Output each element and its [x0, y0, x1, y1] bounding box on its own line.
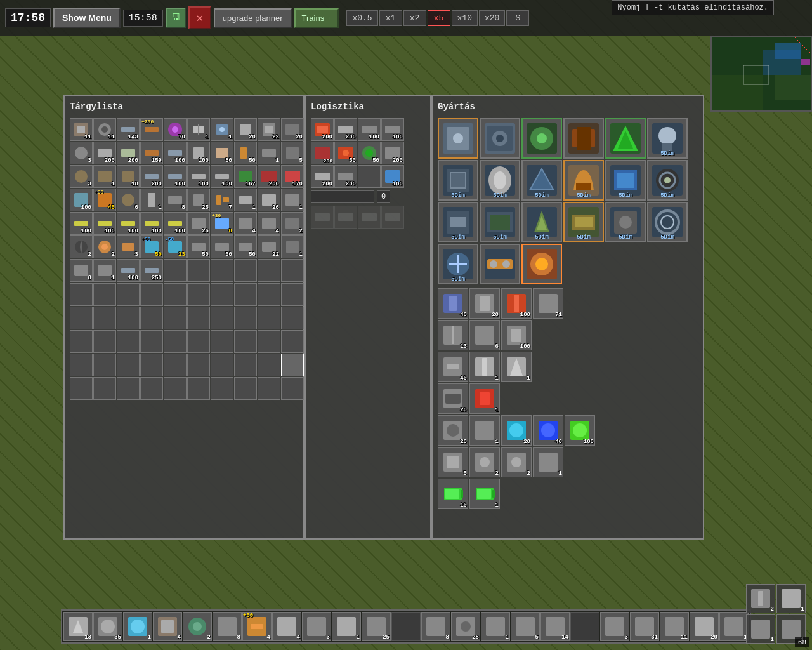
craft-item[interactable] — [480, 244, 520, 284]
inv-item[interactable]: 100 — [211, 165, 233, 188]
inv-item[interactable]: 2 — [93, 235, 116, 258]
upgrade-planner-button[interactable]: upgrade planner — [214, 8, 292, 28]
inv-item[interactable]: 3 — [70, 142, 93, 164]
log-ghost[interactable] — [358, 206, 381, 229]
logistics-search-input[interactable] — [311, 190, 374, 203]
br-item[interactable]: 1 — [776, 584, 806, 613]
ammo-item[interactable]: 1 — [469, 352, 500, 382]
ammo-item[interactable]: 1 — [469, 415, 500, 446]
inv-item[interactable]: +200 — [140, 118, 163, 141]
inv-item[interactable]: 1 — [211, 118, 233, 141]
inv-item[interactable]: 100 — [187, 165, 210, 188]
log-item[interactable]: 50 — [358, 142, 381, 164]
inv-item[interactable]: 1 — [93, 165, 116, 188]
inv-item[interactable]: 70 — [164, 118, 187, 141]
hotbar-item[interactable]: 3 — [302, 612, 331, 641]
inv-item[interactable]: 5 — [281, 142, 304, 164]
inv-item[interactable]: +3045 — [93, 189, 116, 211]
log-item[interactable]: 200 — [311, 118, 334, 141]
ammo-item[interactable]: 1 — [469, 383, 500, 414]
inv-item[interactable]: 1 — [258, 142, 280, 164]
inv-item[interactable]: 11 — [70, 118, 93, 141]
inv-item[interactable]: 1 — [281, 235, 304, 258]
trains-button[interactable]: Trains + — [294, 8, 339, 28]
speed-btn-1x[interactable]: x1 — [379, 10, 402, 26]
craft-item[interactable]: 5Dim — [438, 202, 478, 242]
hotbar-item[interactable]: 31 — [630, 612, 659, 641]
save-icon-btn[interactable]: 🖫 — [166, 8, 186, 28]
log-item[interactable]: 200 — [311, 142, 334, 164]
inv-item[interactable]: 50 — [211, 235, 233, 258]
inv-item[interactable]: 25 — [187, 189, 210, 211]
inv-item[interactable]: 8 — [164, 189, 187, 211]
inv-item[interactable]: 100 — [70, 189, 93, 211]
hotbar-item[interactable]: 14 — [540, 612, 570, 641]
ammo-item[interactable]: 100 — [501, 320, 532, 350]
hotbar-item[interactable]: 11 — [660, 612, 689, 641]
ammo-item[interactable]: 5 — [438, 447, 468, 477]
craft-item[interactable]: 5Dim — [563, 202, 604, 242]
craft-item[interactable]: 5Dim — [647, 118, 688, 159]
inv-item[interactable]: 3 — [70, 165, 93, 188]
ammo-item[interactable]: 2 — [469, 447, 500, 477]
hotbar-item[interactable]: 1 — [481, 612, 510, 641]
inv-item[interactable]: 1 — [93, 259, 116, 282]
inv-item[interactable]: 159 — [140, 142, 163, 164]
inv-item[interactable]: 7 — [211, 189, 233, 211]
inv-item[interactable]: 1 — [234, 189, 257, 211]
inv-item[interactable]: 6 — [117, 189, 140, 211]
craft-item[interactable] — [438, 118, 478, 159]
inv-item[interactable]: 167 — [234, 165, 257, 188]
hotbar-item[interactable]: 1 — [332, 612, 361, 641]
hotbar-item[interactable]: 35 — [93, 612, 122, 641]
log-item[interactable]: 200 — [334, 165, 357, 188]
inv-empty-selected[interactable] — [281, 354, 304, 376]
inv-item[interactable]: 100 — [117, 259, 140, 282]
craft-item[interactable]: 5Dim — [605, 202, 646, 242]
inv-item[interactable]: 26 — [187, 212, 210, 235]
ammo-item[interactable]: 10 — [438, 479, 468, 509]
inv-item[interactable]: 50 — [187, 235, 210, 258]
inv-item[interactable]: 100 — [187, 142, 210, 164]
inv-item[interactable]: 20 — [234, 118, 257, 141]
inv-item[interactable]: 8 — [70, 259, 93, 282]
log-item[interactable]: 200 — [381, 142, 404, 164]
inv-item[interactable]: 80 — [211, 142, 233, 164]
inv-item[interactable]: 143 — [117, 118, 140, 141]
ammo-item[interactable]: 100 — [501, 288, 532, 319]
log-item[interactable]: 200 — [311, 165, 334, 188]
inv-item[interactable]: 3 — [117, 235, 140, 258]
ammo-item[interactable]: 71 — [533, 288, 563, 319]
speed-btn-s[interactable]: S — [506, 10, 529, 26]
hotbar-item[interactable]: 28 — [451, 612, 480, 641]
craft-item[interactable]: 5Dim — [438, 160, 478, 201]
hotbar-item[interactable]: 1 — [719, 612, 749, 641]
inv-item[interactable]: 2 — [70, 235, 93, 258]
craft-item[interactable] — [563, 118, 604, 159]
log-ghost[interactable] — [311, 206, 334, 229]
hotbar-item[interactable]: 5 — [511, 612, 540, 641]
inv-item[interactable]: 100 — [140, 212, 163, 235]
craft-item[interactable]: 5Dim — [563, 160, 604, 201]
hotbar-item[interactable]: 2 — [183, 612, 212, 641]
inv-item[interactable]: +5050 — [140, 235, 163, 258]
inv-item[interactable]: 22 — [258, 235, 280, 258]
inv-item[interactable]: 18 — [117, 165, 140, 188]
inv-item[interactable]: 100 — [164, 212, 187, 235]
inv-item[interactable]: 50 — [234, 142, 257, 164]
craft-item[interactable] — [521, 244, 562, 284]
craft-item[interactable]: 5Dim — [438, 244, 478, 284]
inv-item[interactable]: 11 — [93, 118, 116, 141]
ammo-item[interactable]: 1 — [469, 479, 500, 509]
speed-btn-half[interactable]: x0.5 — [346, 10, 377, 26]
inv-item[interactable]: 50 — [234, 235, 257, 258]
inv-item[interactable]: 26 — [258, 189, 280, 211]
hotbar-item[interactable]: 1 — [123, 612, 152, 641]
craft-item[interactable]: 5Dim — [647, 202, 688, 242]
craft-item[interactable]: 5Dim — [647, 160, 688, 201]
craft-item[interactable]: 5Dim — [521, 202, 562, 242]
minimap[interactable] — [710, 36, 812, 112]
ammo-item[interactable]: 1 — [501, 352, 532, 382]
inv-item[interactable]: 20 — [281, 118, 304, 141]
log-item[interactable]: 100 — [381, 118, 404, 141]
